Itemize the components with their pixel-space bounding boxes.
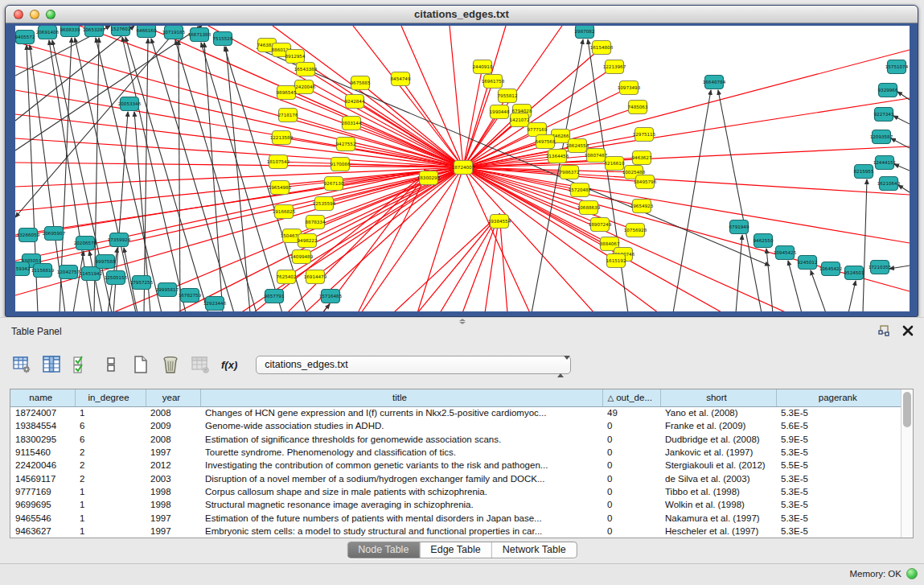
graph-node[interactable]: 12535594 bbox=[313, 197, 336, 211]
graph-node[interactable]: 20691406 bbox=[36, 26, 60, 39]
graph-node[interactable]: 2440910 bbox=[473, 60, 493, 74]
graph-node[interactable]: 9896545 bbox=[277, 86, 297, 100]
new-table-icon[interactable] bbox=[130, 354, 151, 375]
graph-node[interactable]: 18495796 bbox=[634, 175, 657, 189]
graph-node[interactable]: 18724007 bbox=[452, 161, 475, 175]
graph-node[interactable]: 6216610 bbox=[605, 157, 625, 171]
graph-node[interactable]: 9245012 bbox=[798, 256, 818, 270]
table-row[interactable]: 2242004622012Investigating the contribut… bbox=[10, 459, 901, 472]
table-row[interactable]: 1938455462009Genome-wide association stu… bbox=[10, 419, 901, 432]
table-row[interactable]: 977716911998Corpus callosum shape and si… bbox=[10, 485, 901, 498]
graph-node[interactable]: 12505155 bbox=[105, 271, 128, 285]
graph-node[interactable]: 10719185 bbox=[162, 26, 186, 39]
graph-node[interactable]: 19995817 bbox=[156, 283, 179, 297]
graph-node[interactable]: 6497568 bbox=[536, 135, 556, 149]
graph-node[interactable]: 9608339 bbox=[60, 26, 80, 37]
window-titlebar[interactable]: citations_edges.txt bbox=[6, 6, 918, 23]
graph-node[interactable]: 9524501 bbox=[844, 266, 864, 280]
graph-node[interactable]: 9463627 bbox=[632, 151, 652, 165]
graph-node[interactable]: 21364456 bbox=[546, 150, 569, 163]
graph-node[interactable]: 16154808 bbox=[590, 41, 614, 55]
graph-node[interactable]: 7955812 bbox=[498, 89, 518, 103]
column-header-pagerank[interactable]: pagerank bbox=[776, 389, 901, 406]
graph-node[interactable]: 15716485 bbox=[319, 290, 343, 303]
table-row[interactable]: 946554611997Estimation of the future num… bbox=[10, 511, 901, 524]
graph-node[interactable]: 12213967 bbox=[603, 60, 626, 74]
table-scrollbar[interactable] bbox=[901, 389, 913, 538]
graph-node[interactable]: 16210643 bbox=[877, 177, 901, 191]
graph-node[interactable]: 9329966 bbox=[878, 84, 898, 97]
graph-node[interactable]: 9405572 bbox=[15, 31, 35, 44]
graph-node[interactable]: 9267130 bbox=[324, 177, 344, 191]
graph-node[interactable]: 20206576 bbox=[74, 237, 97, 250]
graph-node[interactable]: 16782759 bbox=[179, 289, 202, 303]
graph-node[interactable]: 9170086 bbox=[331, 158, 351, 171]
graph-node[interactable]: 16543388 bbox=[294, 63, 318, 76]
graph-node[interactable]: 19384554 bbox=[488, 215, 511, 229]
graph-node[interactable]: 16961758 bbox=[482, 75, 505, 89]
graph-node[interactable]: 20053346 bbox=[118, 97, 142, 111]
graph-node[interactable]: 9159342 bbox=[15, 262, 30, 276]
graph-node[interactable]: 9675885 bbox=[351, 76, 371, 90]
graph-node[interactable]: 10653287 bbox=[83, 26, 106, 37]
graph-node[interactable]: 10973493 bbox=[618, 81, 641, 95]
graph-node[interactable]: 11156819 bbox=[31, 264, 55, 278]
tab-network-table[interactable]: Network Table bbox=[492, 542, 577, 558]
graph-node[interactable]: 9427552 bbox=[336, 138, 356, 151]
graph-node[interactable]: 10945425 bbox=[774, 246, 797, 260]
graph-node[interactable]: 15751074 bbox=[885, 60, 909, 74]
graph-node[interactable]: 10645422 bbox=[819, 262, 842, 276]
graph-node[interactable]: 16671388 bbox=[188, 28, 211, 42]
graph-node[interactable]: 7485063 bbox=[628, 101, 648, 114]
graph-node[interactable]: 10688639 bbox=[577, 201, 601, 215]
graph-node[interactable]: 9227343 bbox=[874, 108, 894, 122]
row-height-icon[interactable] bbox=[101, 354, 121, 375]
graph-node[interactable]: 10756928 bbox=[624, 224, 647, 237]
tab-edge-table[interactable]: Edge Table bbox=[420, 542, 491, 558]
table-row[interactable]: 1830029562008Estimation of significance … bbox=[10, 433, 901, 446]
graph-node[interactable]: 1990448 bbox=[490, 105, 510, 119]
graph-node[interactable]: 14099489 bbox=[290, 250, 314, 264]
graph-node[interactable]: 18300295 bbox=[417, 171, 441, 185]
graph-node[interactable]: 19166825 bbox=[273, 205, 296, 219]
tab-node-table[interactable]: Node Table bbox=[347, 542, 420, 558]
graph-node[interactable]: 8912954 bbox=[285, 50, 306, 64]
graph-node[interactable]: 12213589 bbox=[270, 131, 294, 145]
graph-node[interactable]: 1527602 bbox=[111, 26, 131, 36]
column-header-name[interactable]: name bbox=[10, 389, 75, 406]
graph-node[interactable]: 19654985 bbox=[269, 181, 292, 195]
graph-node[interactable]: 16648784 bbox=[703, 76, 726, 89]
graph-node[interactable]: 12923446 bbox=[203, 297, 227, 311]
graph-node[interactable]: 8215955 bbox=[854, 165, 874, 179]
table-selector-dropdown[interactable]: citations_edges.txt bbox=[256, 356, 571, 374]
graph-node[interactable]: 9242844 bbox=[345, 95, 365, 109]
column-header-title[interactable]: title bbox=[200, 389, 602, 406]
close-panel-icon[interactable] bbox=[901, 324, 914, 337]
graph-node[interactable]: 12093587 bbox=[870, 130, 893, 144]
function-builder-icon[interactable]: f(x) bbox=[220, 359, 239, 371]
float-panel-icon[interactable] bbox=[877, 324, 890, 337]
graph-node[interactable]: 16914479 bbox=[304, 270, 327, 284]
graph-node[interactable]: 9498222 bbox=[298, 234, 318, 248]
column-header-short[interactable]: short bbox=[660, 389, 776, 406]
graph-node[interactable]: 9857791 bbox=[265, 290, 285, 303]
graph-node[interactable]: 7625402 bbox=[277, 270, 297, 284]
graph-node[interactable]: 18107542 bbox=[267, 155, 290, 169]
column-header-out-degree[interactable]: △out_de... bbox=[602, 389, 660, 406]
graph-node[interactable]: 17210355 bbox=[869, 261, 892, 274]
graph-node[interactable]: 15720487 bbox=[569, 183, 592, 197]
graph-node[interactable]: 20695907 bbox=[43, 227, 66, 241]
graph-node[interactable]: 12444151 bbox=[873, 156, 897, 170]
network-canvas[interactable]: 2242004698965452718176924284428031441221… bbox=[15, 26, 910, 311]
graph-node[interactable]: 10807487 bbox=[585, 149, 608, 163]
table-row[interactable]: 1872400712008Changes of HCN gene express… bbox=[10, 406, 901, 419]
graph-node[interactable]: 9997588 bbox=[96, 255, 116, 269]
graph-node[interactable]: 7986372 bbox=[560, 166, 580, 179]
table-row[interactable]: 911546021997Tourette syndrome. Phenomeno… bbox=[10, 446, 901, 459]
column-header-year[interactable]: year bbox=[146, 389, 200, 406]
graph-node[interactable]: 18907249 bbox=[589, 218, 612, 232]
graph-node[interactable]: 2803144 bbox=[342, 117, 362, 130]
graph-node[interactable]: 1421072 bbox=[510, 113, 530, 127]
graph-node[interactable]: 12975115 bbox=[633, 128, 656, 142]
table-scrollbar-thumb[interactable] bbox=[903, 392, 911, 427]
